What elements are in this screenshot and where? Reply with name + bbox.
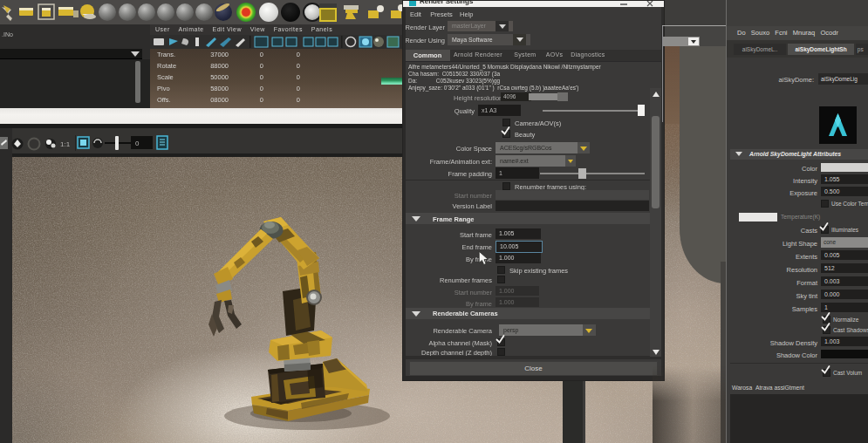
svg-text:1:1: 1:1: [60, 140, 71, 148]
svg-text:0: 0: [135, 140, 140, 147]
